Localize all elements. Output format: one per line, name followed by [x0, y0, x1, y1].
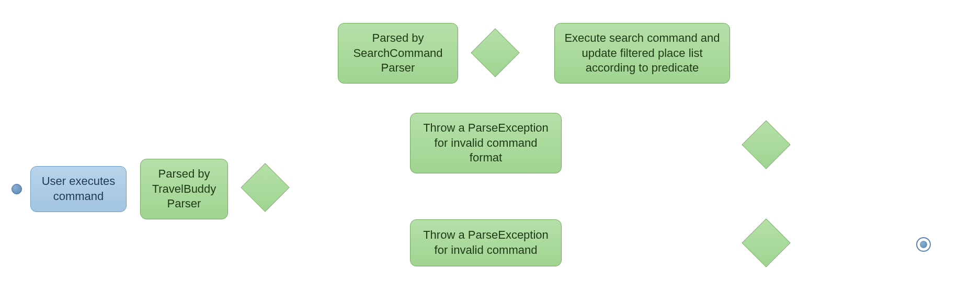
node-label: Parsed by SearchCommand Parser: [346, 31, 450, 76]
end-node: [916, 237, 931, 252]
decision-diamond-4: [742, 218, 790, 267]
node-parsed-travelbuddy: Parsed by TravelBuddy Parser: [140, 159, 228, 219]
node-label: Execute search command and update filter…: [562, 31, 722, 76]
start-node: [12, 184, 22, 194]
node-throw-invalid-command: Throw a ParseException for invalid comma…: [410, 219, 562, 266]
node-user-executes: User executes command: [30, 166, 127, 212]
decision-diamond-2: [471, 28, 519, 77]
end-node-inner: [920, 241, 927, 248]
decision-diamond-3: [742, 120, 790, 169]
node-throw-invalid-format: Throw a ParseException for invalid comma…: [410, 113, 562, 173]
decision-diamond-1: [241, 163, 289, 212]
node-label: Throw a ParseException for invalid comma…: [418, 228, 554, 258]
node-label: Parsed by TravelBuddy Parser: [148, 167, 220, 212]
node-execute-search: Execute search command and update filter…: [554, 23, 730, 84]
node-label: Throw a ParseException for invalid comma…: [418, 121, 554, 166]
node-parsed-searchcommand: Parsed by SearchCommand Parser: [338, 23, 458, 84]
node-label: User executes command: [38, 174, 119, 204]
